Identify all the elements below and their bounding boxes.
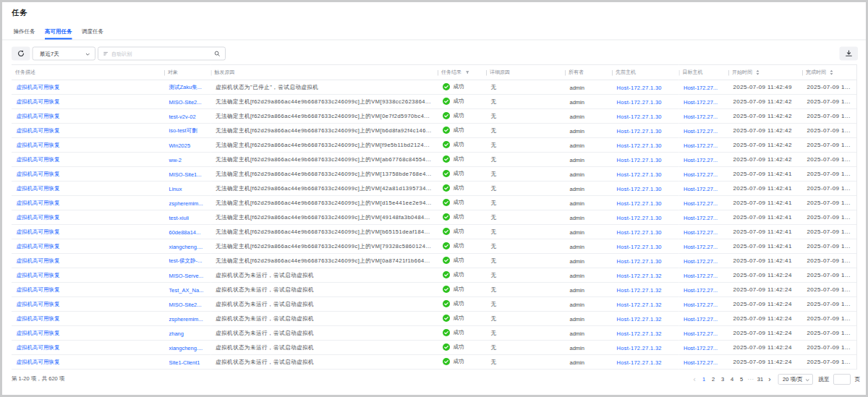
task-description-link[interactable]: 虚拟机高可用恢复 xyxy=(17,286,60,293)
previous-host-link[interactable]: Host-172.27.1.32 xyxy=(617,315,662,322)
object-link[interactable]: Linux xyxy=(169,185,182,192)
target-host-link[interactable]: Host-172.27... xyxy=(684,127,718,134)
next-page-button[interactable]: › xyxy=(766,374,774,385)
column-header-owner[interactable]: 所有者 xyxy=(565,65,612,80)
object-link[interactable]: zspheremim... xyxy=(169,315,203,322)
time-range-select[interactable]: 最近7天 xyxy=(33,47,96,61)
target-host-link[interactable]: Host-172.27... xyxy=(684,301,718,307)
page-number-31[interactable]: 31 xyxy=(757,374,765,385)
target-host-link[interactable]: Host-172.27... xyxy=(684,185,718,192)
task-description-link[interactable]: 虚拟机高可用恢复 xyxy=(17,229,60,235)
object-link[interactable]: 测试Zaku集... xyxy=(169,84,202,90)
prev-page-button[interactable]: ‹ xyxy=(691,374,699,385)
object-link[interactable]: test-v2v-02 xyxy=(169,113,196,119)
filter-funnel-icon[interactable] xyxy=(465,70,470,75)
page-number-4[interactable]: 4 xyxy=(728,374,736,385)
target-host-link[interactable]: Host-172.27... xyxy=(684,257,718,264)
target-host-link[interactable]: Host-172.27... xyxy=(684,156,718,163)
previous-host-link[interactable]: Host-172.27.1.30 xyxy=(617,185,662,192)
target-host-link[interactable]: Host-172.27... xyxy=(684,243,718,249)
page-number-2[interactable]: 2 xyxy=(710,374,718,385)
object-link[interactable]: xiangcheng.... xyxy=(169,344,203,351)
previous-host-link[interactable]: Host-172.27.1.30 xyxy=(617,84,662,90)
refresh-button[interactable] xyxy=(12,47,30,61)
page-number-1[interactable]: 1 xyxy=(700,374,708,385)
column-header-task-description[interactable]: 任务描述 xyxy=(12,65,164,80)
previous-host-link[interactable]: Host-172.27.1.32 xyxy=(617,359,662,365)
column-header-start-time[interactable]: 开始时间 xyxy=(728,65,802,80)
object-link[interactable]: zspheremim... xyxy=(169,200,203,206)
target-host-link[interactable]: Host-172.27... xyxy=(684,272,718,278)
target-host-link[interactable]: Host-172.27... xyxy=(684,171,718,177)
task-description-link[interactable]: 虚拟机高可用恢复 xyxy=(17,257,60,264)
export-button[interactable] xyxy=(840,47,859,61)
target-host-link[interactable]: Host-172.27... xyxy=(684,142,718,148)
column-header-object[interactable]: 对象 xyxy=(164,65,211,80)
task-description-link[interactable]: 虚拟机高可用恢复 xyxy=(17,359,60,365)
tab-ha-tasks[interactable]: 高可用任务 xyxy=(45,26,72,40)
previous-host-link[interactable]: Host-172.27.1.32 xyxy=(617,301,662,307)
task-description-link[interactable]: 虚拟机高可用恢复 xyxy=(17,344,60,351)
task-description-link[interactable]: 虚拟机高可用恢复 xyxy=(17,214,60,221)
object-link[interactable]: MISO-Serve... xyxy=(169,272,204,278)
target-host-link[interactable]: Host-172.27... xyxy=(684,84,718,90)
object-link[interactable]: xiangcheng.... xyxy=(169,243,203,249)
object-link[interactable]: zhang xyxy=(169,330,184,336)
search-input[interactable] xyxy=(109,51,215,56)
task-description-link[interactable]: 虚拟机高可用恢复 xyxy=(17,127,60,134)
column-header-target-host[interactable]: 目标主机 xyxy=(679,65,729,80)
previous-host-link[interactable]: Host-172.27.1.32 xyxy=(617,286,662,293)
jump-to-page-input[interactable] xyxy=(833,374,851,385)
tab-operation-tasks[interactable]: 操作任务 xyxy=(14,26,35,40)
column-header-trigger-reason[interactable]: 触发原因 xyxy=(211,65,438,80)
task-description-link[interactable]: 虚拟机高可用恢复 xyxy=(17,301,60,307)
target-host-link[interactable]: Host-172.27... xyxy=(684,214,718,221)
page-size-select[interactable]: 20 项/页 xyxy=(778,374,814,385)
previous-host-link[interactable]: Host-172.27.1.30 xyxy=(617,127,662,134)
object-link[interactable]: test-侯文静-... xyxy=(169,257,203,264)
task-description-link[interactable]: 虚拟机高可用恢复 xyxy=(17,84,60,90)
object-link[interactable]: MISO-Site2... xyxy=(169,98,202,105)
previous-host-link[interactable]: Host-172.27.1.30 xyxy=(617,171,662,177)
target-host-link[interactable]: Host-172.27... xyxy=(684,229,718,235)
page-number-5[interactable]: 5 xyxy=(738,374,746,385)
target-host-link[interactable]: Host-172.27... xyxy=(684,98,718,105)
previous-host-link[interactable]: Host-172.27.1.30 xyxy=(617,257,662,264)
task-description-link[interactable]: 虚拟机高可用恢复 xyxy=(17,156,60,163)
previous-host-link[interactable]: Host-172.27.1.30 xyxy=(617,156,662,163)
previous-host-link[interactable]: Host-172.27.1.32 xyxy=(617,272,662,278)
task-description-link[interactable]: 虚拟机高可用恢复 xyxy=(17,200,60,206)
target-host-link[interactable]: Host-172.27... xyxy=(684,113,718,119)
target-host-link[interactable]: Host-172.27... xyxy=(684,344,718,351)
sort-icon[interactable] xyxy=(756,69,760,75)
sort-icon[interactable] xyxy=(830,69,833,75)
object-link[interactable]: ww-2 xyxy=(169,156,182,163)
target-host-link[interactable]: Host-172.27... xyxy=(684,359,718,365)
object-link[interactable]: test-xiuli xyxy=(169,214,190,221)
task-description-link[interactable]: 虚拟机高可用恢复 xyxy=(17,330,60,336)
object-link[interactable]: Win2025 xyxy=(169,142,191,148)
target-host-link[interactable]: Host-172.27... xyxy=(684,315,718,322)
column-header-previous-host[interactable]: 先前主机 xyxy=(612,65,679,80)
task-description-link[interactable]: 虚拟机高可用恢复 xyxy=(17,185,60,192)
previous-host-link[interactable]: Host-172.27.1.30 xyxy=(617,214,662,221)
previous-host-link[interactable]: Host-172.27.1.30 xyxy=(617,113,662,119)
task-description-link[interactable]: 虚拟机高可用恢复 xyxy=(17,171,60,177)
task-description-link[interactable]: 虚拟机高可用恢复 xyxy=(17,315,60,322)
previous-host-link[interactable]: Host-172.27.1.30 xyxy=(617,229,662,235)
target-host-link[interactable]: Host-172.27... xyxy=(684,200,718,206)
task-description-link[interactable]: 虚拟机高可用恢复 xyxy=(17,142,60,148)
previous-host-link[interactable]: Host-172.27.1.30 xyxy=(617,98,662,105)
previous-host-link[interactable]: Host-172.27.1.32 xyxy=(617,344,662,351)
previous-host-link[interactable]: Host-172.27.1.32 xyxy=(617,330,662,336)
object-link[interactable]: iso-test可删 xyxy=(169,127,197,134)
column-header-task-result[interactable]: 任务结果 xyxy=(438,65,486,80)
object-link[interactable]: 60de88a14... xyxy=(169,229,201,235)
tab-scheduled-tasks[interactable]: 调度任务 xyxy=(82,26,103,40)
task-description-link[interactable]: 虚拟机高可用恢复 xyxy=(17,272,60,278)
previous-host-link[interactable]: Host-172.27.1.30 xyxy=(617,243,662,249)
search-icon[interactable] xyxy=(214,51,221,57)
object-link[interactable]: MISO-Site1... xyxy=(169,171,202,177)
target-host-link[interactable]: Host-172.27... xyxy=(684,330,718,336)
task-description-link[interactable]: 虚拟机高可用恢复 xyxy=(17,113,60,119)
